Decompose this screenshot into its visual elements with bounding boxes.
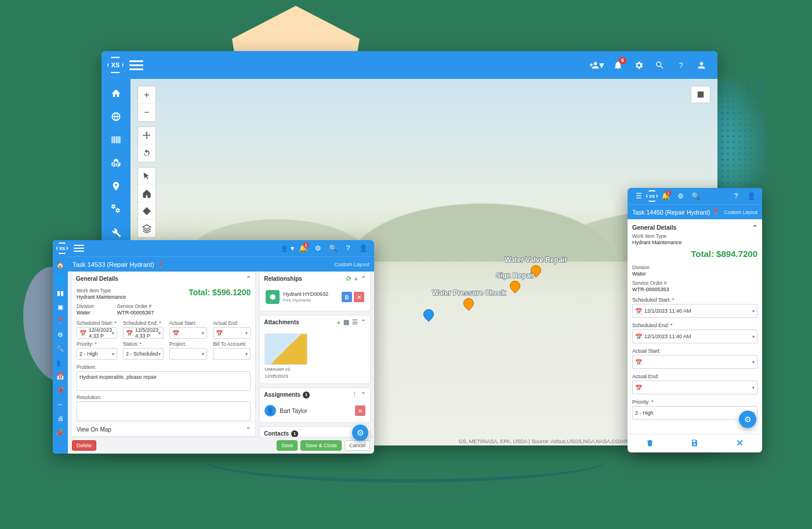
- pin-icon[interactable]: 📍: [157, 262, 162, 267]
- nav-globe-icon[interactable]: [104, 106, 128, 128]
- add-icon[interactable]: +: [337, 319, 340, 326]
- menu-toggle[interactable]: [129, 58, 143, 72]
- nav-cubes-icon[interactable]: ▣: [54, 300, 67, 313]
- refresh-icon[interactable]: ⟳: [346, 275, 351, 282]
- list-view-icon[interactable]: ☰: [352, 318, 358, 326]
- custom-layout-link[interactable]: Custom Layout: [724, 209, 757, 215]
- general-details-header[interactable]: General Details ⌃: [632, 224, 757, 231]
- more-icon[interactable]: ⋮: [351, 391, 358, 398]
- notifications-icon[interactable]: 🔔1: [295, 241, 310, 256]
- collapse-icon[interactable]: ⌃: [246, 426, 251, 433]
- profile-icon[interactable]: 👤: [744, 189, 759, 204]
- user-add-icon[interactable]: ▾: [586, 55, 607, 75]
- layers-tool-icon[interactable]: [138, 220, 155, 237]
- nav-share-icon[interactable]: ↔: [54, 398, 67, 411]
- nav-calendar-icon[interactable]: 📅: [54, 370, 67, 383]
- resolution-textarea[interactable]: [77, 401, 251, 421]
- zoom-in-button[interactable]: +: [138, 86, 155, 104]
- delete-icon[interactable]: [628, 439, 672, 449]
- nav-barcode-icon[interactable]: [104, 129, 128, 151]
- nav-marker-icon[interactable]: [104, 175, 128, 197]
- nav-announce-icon[interactable]: 📣: [54, 426, 67, 439]
- actual-end-input[interactable]: 📅▾: [632, 381, 757, 394]
- profile-icon[interactable]: [691, 55, 712, 75]
- collapse-icon[interactable]: ⌃: [752, 224, 757, 231]
- scheduled-end-input[interactable]: 📅12/1/2023 11:40 AM▾: [632, 329, 757, 343]
- help-icon[interactable]: ?: [340, 241, 356, 256]
- profile-icon[interactable]: 👤: [356, 241, 371, 256]
- settings-fab[interactable]: ⚙: [352, 425, 368, 441]
- nav-globe-icon[interactable]: 🌐: [54, 273, 67, 285]
- remove-relationship-button[interactable]: ✕: [354, 292, 364, 302]
- add-icon[interactable]: +: [354, 276, 358, 282]
- nav-pin-icon[interactable]: 📌: [54, 384, 67, 397]
- problem-textarea[interactable]: Hydrant inoperable, please repair: [77, 371, 251, 391]
- nav-marker-icon[interactable]: 📍: [54, 314, 67, 327]
- search-icon[interactable]: 🔍: [688, 189, 703, 204]
- custom-layout-link[interactable]: Custom Layout: [334, 262, 369, 267]
- attachment-thumbnail[interactable]: [264, 334, 307, 365]
- help-icon[interactable]: ?: [728, 189, 744, 204]
- relationship-item[interactable]: ⬢ Hydrant HYD00932Fire Hydrants 🗎 ✕: [264, 288, 365, 306]
- home-extent-icon[interactable]: [138, 185, 155, 202]
- remove-assignment-button[interactable]: ✕: [355, 405, 365, 416]
- marker-pressure[interactable]: Water Pressure Check: [432, 289, 506, 312]
- bill-to-select[interactable]: ▾: [213, 348, 251, 360]
- settings-fab[interactable]: ⚙: [739, 411, 756, 428]
- delete-button[interactable]: Delete: [72, 440, 96, 451]
- pan-tool-icon[interactable]: [138, 127, 155, 144]
- collapse-icon[interactable]: ⌃: [361, 318, 366, 326]
- close-icon[interactable]: [717, 439, 762, 449]
- actual-start-input[interactable]: 📅▾: [632, 355, 757, 369]
- view-on-map-section[interactable]: View On Map ⌃: [72, 422, 255, 436]
- settings-icon[interactable]: [628, 55, 649, 75]
- collapse-icon[interactable]: ⌃: [361, 391, 366, 398]
- nav-users-icon[interactable]: 👥: [54, 356, 67, 369]
- settings-icon[interactable]: ⚙: [310, 241, 325, 256]
- user-add-icon[interactable]: 👥▾: [280, 241, 295, 256]
- scheduled-start-input[interactable]: 📅12/1/2023 11:40 AM▾: [632, 304, 757, 318]
- pin-icon[interactable]: 📍: [712, 208, 720, 216]
- open-relationship-button[interactable]: 🗎: [342, 292, 352, 302]
- nav-home-icon[interactable]: [104, 82, 128, 104]
- priority-select[interactable]: 2 - High▾: [77, 348, 117, 360]
- scheduled-start-input[interactable]: 📅12/4/2023 4:33 P▾: [77, 327, 117, 339]
- search-icon[interactable]: [649, 55, 670, 75]
- actual-start-input[interactable]: 📅▾: [169, 327, 207, 339]
- collapse-icon[interactable]: ⌃: [246, 275, 251, 282]
- nav-wrench-icon[interactable]: 🔧: [54, 342, 67, 355]
- notifications-icon[interactable]: 🔔1: [658, 189, 673, 204]
- nav-home-icon[interactable]: 🏠: [54, 259, 67, 271]
- save-button[interactable]: Save: [277, 440, 298, 451]
- nav-barcode-icon[interactable]: ▮▮: [54, 287, 67, 299]
- save-close-button[interactable]: Save & Close: [300, 440, 342, 451]
- general-details-header[interactable]: General Details ⌃: [72, 272, 255, 285]
- nav-print-icon[interactable]: 🖨: [54, 412, 67, 425]
- scheduled-end-input[interactable]: 📅12/5/2023 4:33 P▾: [123, 327, 164, 339]
- settings-icon[interactable]: ⚙: [673, 189, 688, 204]
- chevron-down-icon: ▾: [202, 331, 204, 336]
- nav-gears-icon[interactable]: ⚙: [54, 328, 67, 341]
- help-icon[interactable]: ?: [670, 55, 691, 75]
- map-expand-icon[interactable]: [691, 86, 710, 103]
- notifications-icon[interactable]: 6: [607, 55, 628, 75]
- nav-cubes-icon[interactable]: [104, 152, 128, 174]
- actual-end-input[interactable]: 📅▾: [213, 327, 251, 339]
- rotate-tool-icon[interactable]: [138, 144, 155, 162]
- menu-toggle[interactable]: ☰: [631, 189, 646, 204]
- grid-view-icon[interactable]: ▦: [343, 318, 349, 326]
- zoom-out-button[interactable]: −: [138, 104, 155, 121]
- search-icon[interactable]: 🔍: [325, 241, 340, 256]
- cancel-button[interactable]: Cancel: [345, 440, 370, 451]
- assignment-item[interactable]: 👤 Bart Taylor ✕: [264, 404, 365, 418]
- task-title: Task 14533 (Repair Hydrant): [72, 261, 154, 268]
- nav-gears-icon[interactable]: [104, 198, 128, 220]
- status-select[interactable]: 2 - Scheduled▾: [123, 348, 164, 360]
- save-icon[interactable]: [673, 439, 717, 449]
- marker-blue[interactable]: [423, 308, 434, 323]
- menu-toggle[interactable]: [74, 243, 84, 253]
- collapse-icon[interactable]: ⌃: [361, 275, 366, 282]
- shape-tool-icon[interactable]: [138, 202, 155, 220]
- project-select[interactable]: ▾: [169, 348, 207, 360]
- select-tool-icon[interactable]: [138, 168, 155, 185]
